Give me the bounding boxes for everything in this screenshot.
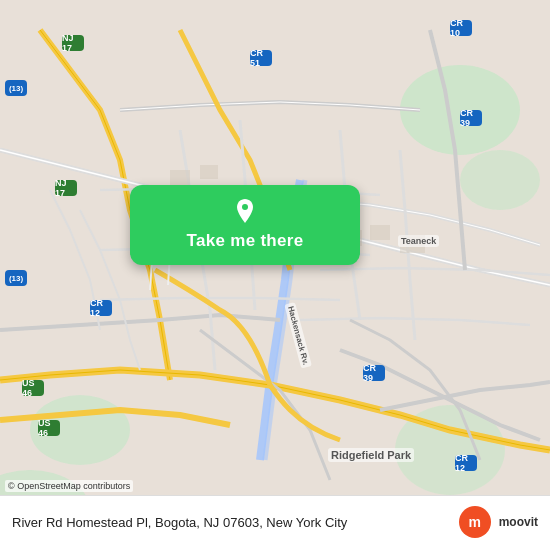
take-me-there-button[interactable]: Take me there bbox=[130, 185, 360, 265]
svg-rect-6 bbox=[170, 170, 190, 185]
address-text: River Rd Homestead Pl, Bogota, NJ 07603,… bbox=[12, 515, 459, 530]
nj17-shield-mid: NJ 17 bbox=[55, 180, 77, 196]
nj17-shield-top: NJ 17 bbox=[62, 35, 84, 51]
cr12-shield-mid: CR 12 bbox=[90, 300, 112, 316]
cr13-shield-left: (13) bbox=[5, 80, 27, 96]
moovit-brand-name: moovit bbox=[499, 515, 538, 529]
moovit-icon: m bbox=[459, 506, 491, 538]
svg-rect-9 bbox=[370, 225, 390, 240]
cr13-shield-bot: (13) bbox=[5, 270, 27, 286]
us46-shield-bot: US 46 bbox=[38, 420, 60, 436]
cr39-shield-bot: CR 39 bbox=[363, 365, 385, 381]
map-container: Hackensack Rv. Teaneck Ridgefield Park N… bbox=[0, 0, 550, 550]
svg-point-11 bbox=[242, 204, 248, 210]
osm-attribution: © OpenStreetMap contributors bbox=[5, 480, 133, 492]
svg-rect-7 bbox=[200, 165, 218, 179]
svg-point-2 bbox=[460, 150, 540, 210]
moovit-logo: m moovit bbox=[459, 506, 538, 538]
take-me-there-label: Take me there bbox=[187, 231, 304, 251]
moovit-icon-letter: m bbox=[468, 514, 480, 530]
location-pin-icon bbox=[233, 199, 257, 227]
cr10-shield: CR 10 bbox=[450, 20, 472, 36]
us46-shield-top: US 46 bbox=[22, 380, 44, 396]
cr12-shield-bot: CR 12 bbox=[455, 455, 477, 471]
bottom-info-bar: River Rd Homestead Pl, Bogota, NJ 07603,… bbox=[0, 495, 550, 550]
ridgefield-park-label: Ridgefield Park bbox=[328, 448, 414, 462]
moovit-text-block: moovit bbox=[495, 515, 538, 529]
teaneck-label: Teaneck bbox=[398, 235, 439, 247]
cr39-shield-top: CR 39 bbox=[460, 110, 482, 126]
cr51-shield: CR 51 bbox=[250, 50, 272, 66]
